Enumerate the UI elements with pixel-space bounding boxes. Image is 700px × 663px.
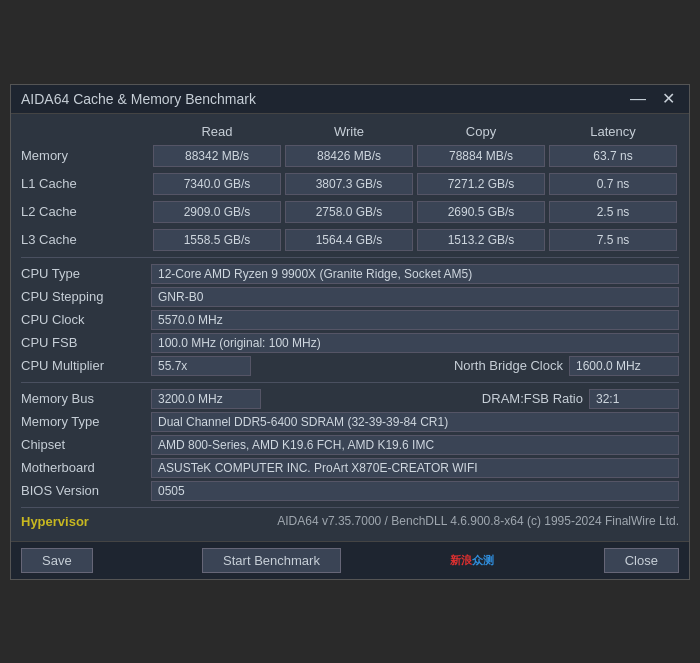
memory-bus-label: Memory Bus [21, 391, 151, 406]
memory-read: 88342 MB/s [153, 145, 281, 167]
hypervisor-value: AIDA64 v7.35.7000 / BenchDLL 4.6.900.8-x… [277, 514, 679, 528]
content-area: Read Write Copy Latency Memory 88342 MB/… [11, 114, 689, 541]
l3-copy: 1513.2 GB/s [417, 229, 545, 251]
logo-blue: 众测 [472, 554, 494, 566]
l2-read: 2909.0 GB/s [153, 201, 281, 223]
window-controls: — ✕ [626, 91, 679, 107]
header-latency: Latency [547, 124, 679, 139]
l1-write: 3807.3 GB/s [285, 173, 413, 195]
l1-read: 7340.0 GB/s [153, 173, 281, 195]
header-write: Write [283, 124, 415, 139]
table-row: Memory 88342 MB/s 88426 MB/s 78884 MB/s … [21, 145, 679, 167]
l2-copy: 2690.5 GB/s [417, 201, 545, 223]
table-header: Read Write Copy Latency [21, 122, 679, 141]
cpu-mult-value: 55.7x [151, 356, 251, 376]
table-row: L1 Cache 7340.0 GB/s 3807.3 GB/s 7271.2 … [21, 173, 679, 195]
cpu-fsb-row: CPU FSB 100.0 MHz (original: 100 MHz) [21, 333, 679, 353]
hypervisor-label: Hypervisor [21, 514, 89, 529]
l2-label: L2 Cache [21, 204, 151, 219]
memory-bus-value: 3200.0 MHz [151, 389, 261, 409]
cpu-type-row: CPU Type 12-Core AMD Ryzen 9 9900X (Gran… [21, 264, 679, 284]
titlebar: AIDA64 Cache & Memory Benchmark — ✕ [11, 85, 689, 114]
memory-bus-row: Memory Bus 3200.0 MHz DRAM:FSB Ratio 32:… [21, 389, 679, 409]
separator [21, 257, 679, 258]
cpu-clock-row: CPU Clock 5570.0 MHz [21, 310, 679, 330]
table-row: L3 Cache 1558.5 GB/s 1564.4 GB/s 1513.2 … [21, 229, 679, 251]
chipset-row: Chipset AMD 800-Series, AMD K19.6 FCH, A… [21, 435, 679, 455]
cpu-stepping-value: GNR-B0 [151, 287, 679, 307]
bios-value: 0505 [151, 481, 679, 501]
memory-type-label: Memory Type [21, 414, 151, 429]
bios-row: BIOS Version 0505 [21, 481, 679, 501]
separator2 [21, 382, 679, 383]
motherboard-label: Motherboard [21, 460, 151, 475]
memory-label: Memory [21, 148, 151, 163]
memory-type-value: Dual Channel DDR5-6400 SDRAM (32-39-39-8… [151, 412, 679, 432]
hypervisor-row: Hypervisor AIDA64 v7.35.7000 / BenchDLL … [21, 514, 679, 529]
nb-clock-value: 1600.0 MHz [569, 356, 679, 376]
mem-info-section: Memory Bus 3200.0 MHz DRAM:FSB Ratio 32:… [21, 389, 679, 501]
cpu-info-section: CPU Type 12-Core AMD Ryzen 9 9900X (Gran… [21, 264, 679, 376]
cpu-mult-row: CPU Multiplier 55.7x North Bridge Clock … [21, 356, 679, 376]
close-button[interactable]: ✕ [658, 91, 679, 107]
memory-type-row: Memory Type Dual Channel DDR5-6400 SDRAM… [21, 412, 679, 432]
header-blank [21, 124, 151, 139]
minimize-button[interactable]: — [626, 91, 650, 107]
dram-fsb-label: DRAM:FSB Ratio [479, 391, 589, 406]
l1-latency: 0.7 ns [549, 173, 677, 195]
footer: Save Start Benchmark 新浪众测 Close [11, 541, 689, 579]
nb-clock-label: North Bridge Clock [449, 358, 569, 373]
table-row: L2 Cache 2909.0 GB/s 2758.0 GB/s 2690.5 … [21, 201, 679, 223]
cpu-fsb-label: CPU FSB [21, 335, 151, 350]
cpu-type-value: 12-Core AMD Ryzen 9 9900X (Granite Ridge… [151, 264, 679, 284]
l2-write: 2758.0 GB/s [285, 201, 413, 223]
l1-label: L1 Cache [21, 176, 151, 191]
cpu-stepping-label: CPU Stepping [21, 289, 151, 304]
cpu-fsb-value: 100.0 MHz (original: 100 MHz) [151, 333, 679, 353]
chipset-value: AMD 800-Series, AMD K19.6 FCH, AMD K19.6… [151, 435, 679, 455]
window-title: AIDA64 Cache & Memory Benchmark [21, 91, 256, 107]
l3-read: 1558.5 GB/s [153, 229, 281, 251]
cpu-stepping-row: CPU Stepping GNR-B0 [21, 287, 679, 307]
cpu-type-label: CPU Type [21, 266, 151, 281]
logo: 新浪众测 [450, 553, 494, 568]
benchmark-button[interactable]: Start Benchmark [202, 548, 341, 573]
motherboard-value: ASUSTeK COMPUTER INC. ProArt X870E-CREAT… [151, 458, 679, 478]
header-copy: Copy [415, 124, 547, 139]
separator3 [21, 507, 679, 508]
l2-latency: 2.5 ns [549, 201, 677, 223]
chipset-label: Chipset [21, 437, 151, 452]
cpu-mult-label: CPU Multiplier [21, 358, 151, 373]
dram-fsb-value: 32:1 [589, 389, 679, 409]
l3-label: L3 Cache [21, 232, 151, 247]
main-window: AIDA64 Cache & Memory Benchmark — ✕ Read… [10, 84, 690, 580]
logo-red: 新浪 [450, 554, 472, 566]
save-button[interactable]: Save [21, 548, 93, 573]
motherboard-row: Motherboard ASUSTeK COMPUTER INC. ProArt… [21, 458, 679, 478]
memory-write: 88426 MB/s [285, 145, 413, 167]
l3-write: 1564.4 GB/s [285, 229, 413, 251]
l1-copy: 7271.2 GB/s [417, 173, 545, 195]
header-read: Read [151, 124, 283, 139]
cpu-clock-value: 5570.0 MHz [151, 310, 679, 330]
close-button[interactable]: Close [604, 548, 679, 573]
memory-latency: 63.7 ns [549, 145, 677, 167]
bios-label: BIOS Version [21, 483, 151, 498]
memory-copy: 78884 MB/s [417, 145, 545, 167]
cpu-clock-label: CPU Clock [21, 312, 151, 327]
l3-latency: 7.5 ns [549, 229, 677, 251]
